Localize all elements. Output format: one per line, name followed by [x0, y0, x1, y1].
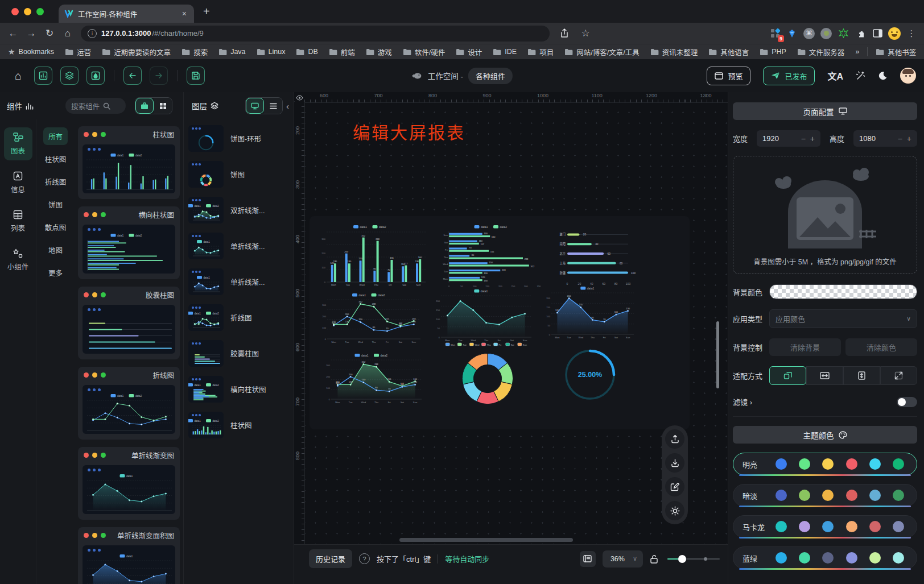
close-window-button[interactable]: [11, 8, 19, 15]
zoom-select[interactable]: 36% ∨: [603, 550, 643, 568]
theme-color-dot[interactable]: [822, 552, 834, 564]
save-button[interactable]: [187, 67, 205, 85]
canvas-capsule-chart[interactable]: 厦门20南阳40北京60上海80新疆100020406080100: [552, 225, 637, 287]
theme-color-dot[interactable]: [893, 521, 904, 532]
width-stepper[interactable]: 1920 − +: [757, 130, 820, 147]
theme-color-dot[interactable]: [799, 458, 810, 470]
bookmark-folder[interactable]: 前端: [329, 47, 355, 57]
theme-color-dot[interactable]: [869, 521, 881, 532]
extension-gem-icon[interactable]: [785, 27, 799, 40]
layer-item[interactable]: 胶囊柱图: [188, 340, 289, 367]
settings-gear-icon[interactable]: [665, 501, 684, 520]
help-icon[interactable]: ?: [359, 553, 370, 564]
user-avatar[interactable]: [900, 68, 916, 84]
app-home-icon[interactable]: ⌂: [15, 69, 22, 82]
layer-item[interactable]: 饼图: [188, 161, 289, 188]
theme-row[interactable]: 蓝绿: [733, 546, 917, 569]
extension-command-icon[interactable]: ⌘: [802, 27, 816, 40]
address-bar[interactable]: i 127.0.0.1:3000 /#/chart/home/9: [81, 26, 550, 42]
bookmark-folder[interactable]: 项目: [527, 47, 554, 57]
theme-color-dot[interactable]: [869, 458, 881, 470]
decrement-icon[interactable]: −: [801, 134, 806, 143]
window-controls[interactable]: [0, 0, 52, 23]
extension-tabs-icon[interactable]: 9: [768, 27, 782, 40]
filter-toggle[interactable]: [897, 397, 917, 407]
history-button[interactable]: 历史记录: [309, 549, 352, 568]
grid-view-button[interactable]: [154, 98, 172, 114]
theme-color-dot[interactable]: [822, 490, 834, 501]
bookmark-folder[interactable]: 运营: [65, 47, 91, 57]
rail-item-table[interactable]: 列表: [4, 205, 32, 238]
browser-tab[interactable]: 工作空间-各种组件 ×: [59, 5, 194, 23]
bookmark-folder[interactable]: 搜索: [182, 47, 208, 57]
bookmark-folder[interactable]: 文件服务器: [797, 47, 845, 57]
app-type-select[interactable]: 应用颜色 ∨: [769, 309, 917, 328]
theme-color-dot[interactable]: [846, 458, 857, 470]
canvas-bar-chart[interactable]: data1data2120130200130150312802887015511…: [317, 223, 428, 289]
magic-wand-icon[interactable]: [856, 71, 865, 81]
other-bookmarks[interactable]: 其他书签: [876, 47, 916, 57]
zoom-slider-knob[interactable]: [678, 555, 686, 563]
search-input[interactable]: 搜索组件: [65, 98, 126, 114]
publish-button[interactable]: 已发布: [763, 67, 815, 85]
theme-color-dot[interactable]: [893, 552, 904, 564]
undo-button[interactable]: [123, 67, 142, 85]
theme-color-dot[interactable]: [799, 552, 810, 564]
rail-item-widgets[interactable]: 小组件: [4, 243, 32, 276]
background-color-swatch[interactable]: [769, 284, 917, 299]
bookmark-folder[interactable]: IDE: [493, 48, 517, 56]
layer-item[interactable]: data1 单折线渐...: [188, 268, 289, 295]
list-view-button[interactable]: [264, 98, 282, 114]
ruler-eye-icon[interactable]: [295, 93, 304, 102]
profile-avatar[interactable]: [888, 27, 901, 40]
theme-color-dot[interactable]: [846, 521, 857, 532]
zoom-slider[interactable]: [667, 555, 720, 563]
theme-row[interactable]: 马卡龙: [733, 515, 917, 538]
redo-button[interactable]: [150, 67, 168, 85]
bookmark-folder[interactable]: 近期需要读的文章: [102, 47, 171, 57]
increment-icon[interactable]: +: [810, 134, 815, 143]
back-icon[interactable]: ←: [6, 28, 20, 39]
clear-background-button[interactable]: 清除背景: [769, 338, 841, 356]
collapse-layers-chevron[interactable]: ‹: [286, 101, 289, 111]
layer-item[interactable]: data1data2 横向柱状图: [188, 376, 289, 403]
theme-row[interactable]: 暗淡: [733, 484, 917, 507]
readme-panel-icon[interactable]: [580, 551, 596, 567]
theme-panel-button[interactable]: [86, 67, 105, 85]
browser-menu-icon[interactable]: ⋮: [905, 27, 918, 40]
component-card[interactable]: 柱状图 data1data2: [78, 126, 180, 199]
fit-height-button[interactable]: [843, 366, 880, 385]
bookmark-folder[interactable]: Java: [218, 48, 245, 56]
canvas-horizontal-scrollbar[interactable]: [399, 538, 573, 542]
bookmark-folder[interactable]: 游戏: [366, 47, 392, 57]
height-stepper[interactable]: 1080 − +: [853, 130, 917, 147]
fit-scale-button[interactable]: [769, 366, 806, 385]
bookmark-folder[interactable]: Linux: [257, 48, 286, 56]
export-button[interactable]: [665, 429, 684, 449]
category-item[interactable]: 饼图: [43, 196, 68, 213]
canvas-line-chart[interactable]: data1data2130130312288155117160120200150…: [319, 291, 424, 345]
extensions-puzzle-icon[interactable]: [853, 27, 867, 40]
bookmarks-folder[interactable]: ★ Bookmarks: [8, 47, 54, 56]
design-canvas[interactable]: 6007008009001000110012001300 20030040050…: [294, 92, 728, 584]
preview-button[interactable]: 预览: [707, 67, 750, 85]
sidebar-toggle-icon[interactable]: [871, 27, 884, 40]
canvas-single-line-chart[interactable]: data1MonTueWedThuFriSatSun050100150200: [432, 287, 535, 344]
maximize-window-button[interactable]: [36, 8, 44, 15]
component-card[interactable]: 横向柱状图 data1data2: [78, 206, 180, 279]
theme-color-dot[interactable]: [776, 521, 787, 532]
component-card[interactable]: 单折线渐变图 data1: [78, 447, 180, 520]
category-item[interactable]: 所有: [43, 127, 68, 145]
layer-item[interactable]: data1data2 折线图: [188, 304, 289, 331]
category-item[interactable]: 地图: [43, 241, 68, 259]
layer-item[interactable]: data1data2 柱状图: [188, 412, 289, 438]
category-item[interactable]: 柱状图: [40, 150, 72, 168]
increment-icon[interactable]: +: [907, 134, 911, 143]
canvas-pie-chart[interactable]: MonTueWedThuFriSatSun: [435, 340, 541, 409]
bookmark-folder[interactable]: DB: [296, 48, 317, 56]
theme-color-dot[interactable]: [869, 552, 881, 564]
edit-button[interactable]: [665, 477, 684, 496]
clear-color-button[interactable]: 清除颜色: [845, 338, 917, 356]
canvas-hbar-chart[interactable]: data1data2130160Sun110117Sat70155Fri8028…: [436, 223, 550, 289]
fit-width-button[interactable]: [806, 366, 843, 385]
